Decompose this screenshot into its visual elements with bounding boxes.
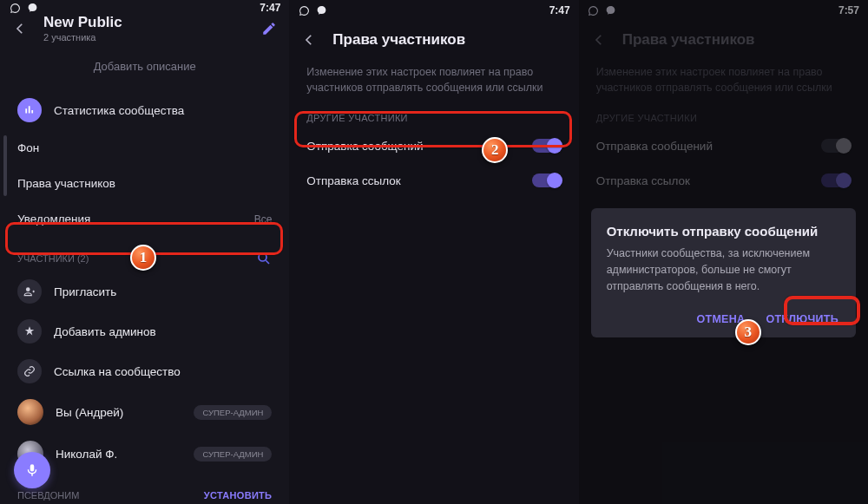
- menu-member-rights[interactable]: Права участников: [0, 167, 289, 200]
- star-icon: [17, 319, 42, 344]
- header: New Public 2 участника: [0, 14, 289, 43]
- screen-community-info: 7:47 New Public 2 участника Добавить опи…: [0, 0, 289, 504]
- menu-label: Права участников: [17, 177, 272, 190]
- back-icon[interactable]: [301, 32, 317, 48]
- menu-label: Добавить админов: [54, 325, 272, 338]
- status-bar: 7:47: [289, 0, 578, 19]
- edit-icon[interactable]: [261, 21, 277, 36]
- stats-icon: [17, 98, 42, 122]
- whatsapp-icon: [298, 4, 310, 16]
- section-label: ДРУГИЕ УЧАСТНИКИ: [289, 106, 578, 128]
- menu-label: Уведомления: [17, 213, 242, 226]
- page-title: Права участников: [332, 31, 465, 49]
- member-name: Николай Ф.: [56, 448, 181, 461]
- confirm-button[interactable]: ОТКЛЮЧИТЬ: [764, 310, 840, 329]
- section-label: УЧАСТНИКИ (2): [17, 253, 89, 264]
- add-description[interactable]: Добавить описание: [0, 60, 289, 73]
- status-time: 7:47: [260, 2, 280, 14]
- setting-send-messages[interactable]: Отправка сообщений: [289, 128, 578, 163]
- mic-fab[interactable]: [14, 452, 50, 488]
- notifications-value: Все: [254, 213, 273, 226]
- menu-label: Статистика сообщества: [54, 104, 272, 117]
- back-icon[interactable]: [12, 21, 28, 36]
- screen-confirm-dialog: 7:57 Права участников Изменение этих нас…: [579, 0, 868, 504]
- menu-label: Фон: [17, 141, 272, 154]
- svg-point-0: [259, 253, 266, 261]
- invite-icon: [17, 279, 42, 304]
- dialog-title: Отключить отправку сообщений: [607, 224, 840, 239]
- menu-background[interactable]: Фон: [0, 132, 289, 164]
- dialog-body: Участники сообщества, за исключением адм…: [607, 245, 840, 294]
- menu-community-link[interactable]: Ссылка на сообщество: [0, 351, 289, 391]
- cancel-button[interactable]: ОТМЕНА: [694, 310, 746, 329]
- whatsapp-icon: [9, 2, 21, 14]
- member-row[interactable]: Вы (Андрей) СУПЕР-АДМИН: [0, 391, 289, 433]
- viber-icon: [26, 2, 38, 14]
- members-header: УЧАСТНИКИ (2): [0, 242, 289, 272]
- description: Изменение этих настроек повлияет на прав…: [289, 61, 578, 106]
- menu-invite[interactable]: Пригласить: [0, 272, 289, 311]
- menu-notifications[interactable]: Уведомления Все: [0, 203, 289, 235]
- screen-member-rights: 7:47 Права участников Изменение этих нас…: [289, 0, 578, 504]
- status-bar: 7:47: [0, 0, 289, 14]
- menu-label: Ссылка на сообщество: [54, 365, 272, 378]
- viber-icon: [315, 4, 327, 16]
- menu-add-admins[interactable]: Добавить админов: [0, 311, 289, 351]
- set-pseudonym-button[interactable]: УСТАНОВИТЬ: [204, 490, 272, 501]
- confirm-dialog: Отключить отправку сообщений Участники с…: [591, 208, 856, 337]
- setting-label: Отправка ссылок: [306, 174, 400, 187]
- role-badge: СУПЕР-АДМИН: [194, 405, 272, 420]
- setting-send-links[interactable]: Отправка ссылок: [289, 163, 578, 198]
- page-title: New Public: [43, 14, 246, 31]
- role-badge: СУПЕР-АДМИН: [194, 447, 272, 461]
- member-name: Вы (Андрей): [56, 406, 181, 419]
- menu-stats[interactable]: Статистика сообщества: [0, 88, 289, 132]
- svg-point-1: [26, 287, 30, 291]
- section-label: ПСЕВДОНИМ: [17, 490, 79, 501]
- setting-label: Отправка сообщений: [306, 140, 423, 153]
- toggle-send-messages[interactable]: [532, 139, 562, 153]
- status-time: 7:47: [549, 4, 570, 16]
- search-icon[interactable]: [256, 251, 272, 266]
- menu-label: Пригласить: [54, 285, 272, 298]
- toggle-send-links[interactable]: [532, 173, 562, 187]
- header: Права участников: [289, 19, 578, 61]
- avatar: [17, 399, 43, 425]
- subtitle: 2 участника: [43, 32, 246, 43]
- pseudonym-row[interactable]: ПСЕВДОНИМ УСТАНОВИТЬ: [0, 481, 289, 504]
- link-icon: [17, 359, 42, 383]
